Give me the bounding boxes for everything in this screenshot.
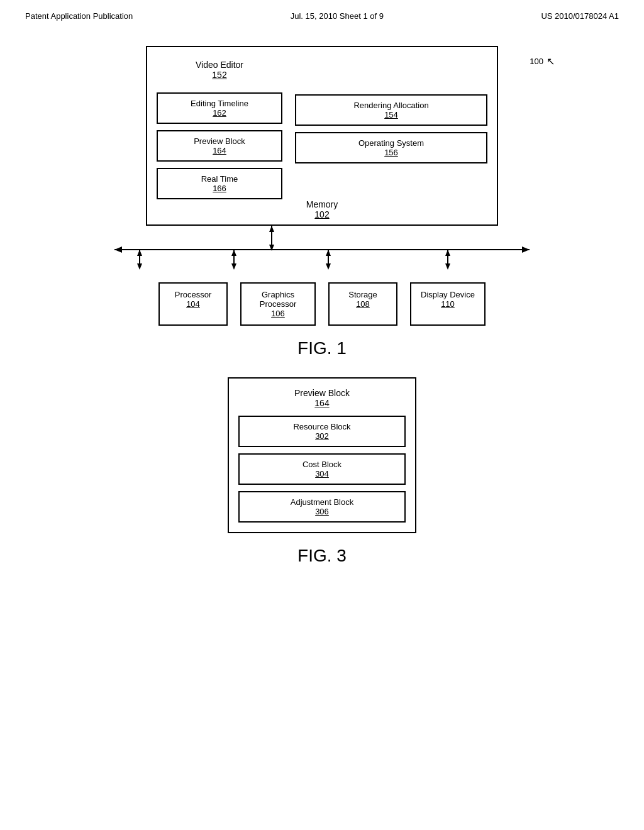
svg-marker-2 [269, 226, 274, 232]
components-row: Processor 104 Graphics Processor 106 Sto… [77, 282, 567, 326]
svg-marker-17 [445, 250, 450, 256]
fig3-preview-label: Preview Block 164 [238, 388, 406, 416]
fig3-container: Preview Block 164 Resource Block 302 Cos… [228, 377, 416, 533]
ref-100-label: 100 ↖ [530, 55, 555, 67]
preview-block-box: Preview Block 164 [157, 130, 282, 162]
rendering-allocation-box: Rendering Allocation 154 [295, 94, 487, 126]
fig3-label: FIG. 3 [38, 546, 606, 566]
cost-block-box: Cost Block 304 [238, 453, 406, 485]
real-time-box: Real Time 166 [157, 168, 282, 199]
svg-marker-10 [231, 263, 236, 270]
svg-marker-13 [326, 263, 331, 270]
graphics-processor-box: Graphics Processor 106 [240, 282, 316, 326]
fig1-section: Video Editor 152 Editing Timeline 162 Pr… [0, 27, 644, 604]
fig1-label: FIG. 1 [38, 338, 606, 358]
header-right: US 2010/0178024 A1 [541, 11, 619, 21]
svg-marker-7 [137, 263, 142, 270]
video-editor-label: Video Editor 152 [157, 57, 282, 86]
storage-box: Storage 108 [328, 282, 397, 326]
header-center: Jul. 15, 2010 Sheet 1 of 9 [291, 11, 384, 21]
header-left: Patent Application Publication [25, 11, 133, 21]
bus-svg [77, 226, 567, 282]
svg-marker-8 [137, 250, 142, 256]
display-device-box: Display Device 110 [410, 282, 486, 326]
adjustment-block-box: Adjustment Block 306 [238, 491, 406, 523]
page-header: Patent Application Publication Jul. 15, … [0, 0, 644, 27]
svg-marker-5 [522, 246, 530, 253]
svg-marker-11 [231, 250, 236, 256]
memory-label: Memory 102 [306, 199, 338, 219]
processor-box: Processor 104 [158, 282, 228, 326]
memory-left-column: Video Editor 152 Editing Timeline 162 Pr… [157, 57, 282, 199]
svg-marker-14 [326, 250, 331, 256]
memory-right-column: Rendering Allocation 154 Operating Syste… [295, 57, 487, 199]
editing-timeline-box: Editing Timeline 162 [157, 92, 282, 124]
operating-system-box: Operating System 156 [295, 132, 487, 163]
fig3-outer-box: Preview Block 164 Resource Block 302 Cos… [228, 377, 416, 533]
svg-marker-16 [445, 263, 450, 270]
svg-marker-4 [114, 246, 122, 253]
bus-area [77, 226, 567, 282]
resource-block-box: Resource Block 302 [238, 416, 406, 447]
memory-box: Video Editor 152 Editing Timeline 162 Pr… [146, 46, 498, 226]
